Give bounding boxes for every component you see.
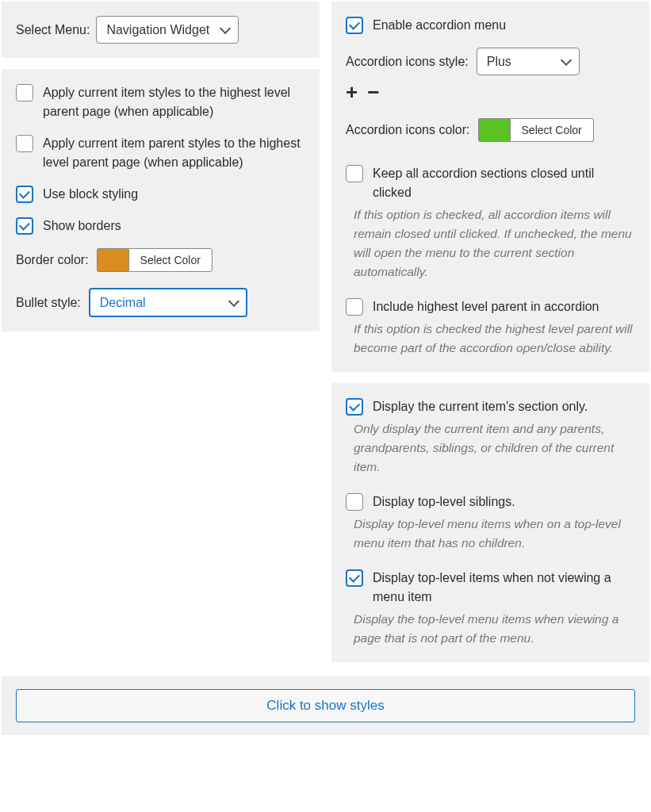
include-parent-desc: If this option is checked the highest le… xyxy=(346,320,635,358)
select-menu-panel: Select Menu: Navigation Widget xyxy=(2,2,320,58)
border-color-picker[interactable]: Select Color xyxy=(97,248,213,272)
keep-closed-label: Keep all accordion sections closed until… xyxy=(373,164,635,202)
border-color-button[interactable]: Select Color xyxy=(128,248,213,272)
plus-icon: + xyxy=(346,82,358,102)
minus-icon: − xyxy=(367,82,379,102)
apply-current-item-styles-label: Apply current item styles to the highest… xyxy=(43,83,305,121)
enable-accordion-checkbox[interactable] xyxy=(346,17,363,34)
display-panel: Display the current item's section only.… xyxy=(331,383,649,662)
display-top-siblings-label: Display top-level siblings. xyxy=(373,492,515,511)
display-top-items-checkbox[interactable] xyxy=(346,569,363,587)
bullet-style-label: Bullet style: xyxy=(16,296,81,310)
accordion-icons-color-label: Accordion icons color: xyxy=(346,123,470,137)
styling-panel: Apply current item styles to the highest… xyxy=(2,69,320,331)
select-menu-label: Select Menu: xyxy=(16,23,90,37)
keep-closed-checkbox[interactable] xyxy=(346,165,363,182)
border-color-label: Border color: xyxy=(16,253,89,267)
accordion-icons-color-swatch[interactable] xyxy=(478,118,510,142)
include-parent-label: Include highest level parent in accordio… xyxy=(373,297,599,316)
show-styles-button[interactable]: Click to show styles xyxy=(16,689,635,722)
select-menu-dropdown[interactable]: Navigation Widget xyxy=(96,16,239,44)
keep-closed-desc: If this option is checked, all accordion… xyxy=(346,205,635,282)
enable-accordion-label: Enable accordion menu xyxy=(373,16,506,35)
accordion-icons-style-dropdown[interactable]: Plus xyxy=(477,48,580,75)
footer-panel: Click to show styles xyxy=(2,676,649,735)
apply-current-item-styles-checkbox[interactable] xyxy=(16,84,33,102)
use-block-styling-checkbox[interactable] xyxy=(16,186,33,203)
display-top-items-desc: Display the top-level menu items when vi… xyxy=(346,610,635,648)
border-color-swatch[interactable] xyxy=(97,248,128,272)
apply-current-item-parent-styles-label: Apply current item parent styles to the … xyxy=(43,134,305,172)
show-borders-checkbox[interactable] xyxy=(16,217,33,235)
display-current-desc: Only display the current item and any pa… xyxy=(346,419,635,477)
display-current-label: Display the current item's section only. xyxy=(373,397,588,416)
display-top-siblings-checkbox[interactable] xyxy=(346,493,363,511)
apply-current-item-parent-styles-checkbox[interactable] xyxy=(16,135,33,152)
display-current-checkbox[interactable] xyxy=(346,398,363,416)
accordion-icons-color-button[interactable]: Select Color xyxy=(510,118,594,142)
display-top-siblings-desc: Display top-level menu items when on a t… xyxy=(346,515,635,553)
show-borders-label: Show borders xyxy=(43,216,121,236)
accordion-icons-style-label: Accordion icons style: xyxy=(346,55,469,69)
use-block-styling-label: Use block styling xyxy=(43,185,138,204)
include-parent-checkbox[interactable] xyxy=(346,298,363,316)
accordion-panel: Enable accordion menu Accordion icons st… xyxy=(331,2,649,372)
bullet-style-dropdown[interactable]: Decimal xyxy=(89,288,247,317)
display-top-items-label: Display top-level items when not viewing… xyxy=(373,569,635,607)
accordion-icons-color-picker[interactable]: Select Color xyxy=(478,118,594,142)
